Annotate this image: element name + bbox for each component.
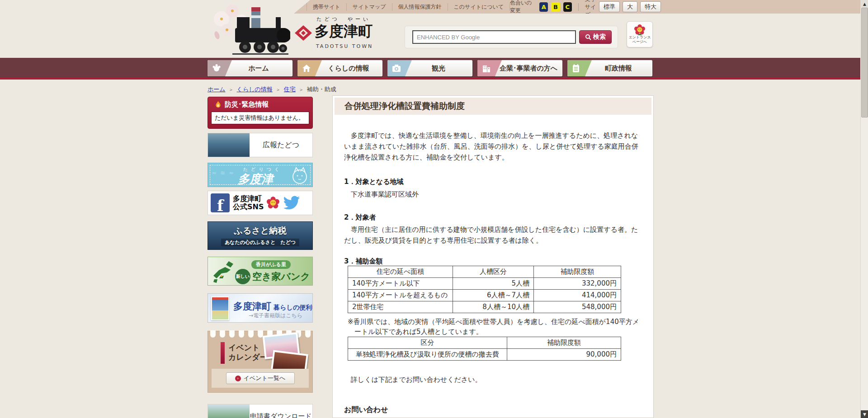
- download-photo: [208, 404, 250, 418]
- scroll-down-arrow[interactable]: ▼: [861, 410, 868, 418]
- twitter-icon: [283, 196, 301, 211]
- banner-kouhou-tadotsu[interactable]: 広報たどつ: [208, 133, 313, 157]
- site-subtitle: TADOTSU TOWN: [316, 43, 373, 49]
- house-icon: [297, 60, 322, 76]
- site-title[interactable]: 多度津町: [315, 22, 373, 42]
- search-icon: [585, 34, 591, 40]
- emergency-message: ただいま災害情報はありません。: [211, 112, 309, 124]
- topbar-divider: [578, 3, 579, 11]
- breadcrumb-jutaku[interactable]: 住宅: [284, 85, 296, 94]
- section2-heading: 2．対象者: [344, 213, 642, 222]
- table-row: 2世帯住宅 8人槽～10人槽 548,000円: [348, 301, 621, 313]
- breadcrumb: ホーム ＞ くらしの情報 ＞ 住宅 ＞ 補助・助成: [208, 85, 336, 94]
- breadcrumb-current: 補助・助成: [307, 85, 336, 94]
- table-row: 140平方メートル以下 5人槽 332,000円: [348, 278, 621, 290]
- color-scheme-c-button[interactable]: C: [563, 2, 572, 12]
- flame-icon: [215, 101, 222, 109]
- topbar-link-mobile[interactable]: 携帯サイト: [307, 3, 347, 11]
- arrow-circle-icon: ›: [235, 376, 241, 381]
- color-scheme-a-button[interactable]: A: [539, 2, 548, 12]
- search-panel: 検索: [405, 26, 618, 48]
- breadcrumb-kurashi[interactable]: くらしの情報: [237, 85, 273, 94]
- nav-tab-kurashi[interactable]: くらしの情報: [297, 60, 382, 76]
- emergency-info-box: 防災･緊急情報 ただいま災害情報はありません。: [208, 97, 313, 129]
- vertical-scrollbar[interactable]: ▲ ▼: [860, 0, 868, 418]
- banner-tadoritsuku-tadotsu[interactable]: ≈ ≋ ≈ たどりつく 多度津: [208, 163, 313, 187]
- entrance-page-button[interactable]: エントランスページへ: [627, 21, 653, 47]
- nav-tab-home[interactable]: ホーム: [208, 60, 292, 76]
- nav-tab-kigyo[interactable]: 企業･事業者の方へ: [477, 60, 562, 76]
- home-mascot-icon: [208, 60, 232, 76]
- breadcrumb-home[interactable]: ホーム: [208, 85, 226, 94]
- booklet-cover: [211, 296, 229, 320]
- color-scheme-label: 色合いの変更: [510, 0, 536, 14]
- topbar: 携帯サイト サイトマップ 個人情報保護方針 このサイトについて 色合いの変更 A…: [294, 0, 868, 14]
- font-size-large-button[interactable]: 大: [623, 1, 637, 12]
- building-icon: [477, 60, 502, 76]
- nav-tab-chosei[interactable]: 町政情報: [567, 60, 652, 76]
- banner-furusato-nozei[interactable]: ふるさと納税 あなたの心のふるさと たどつ: [208, 221, 313, 250]
- main-content-panel: 合併処理浄化槽設置費補助制度 多度津町では、快適な生活環境を整備し、環境衛生の向…: [332, 95, 654, 418]
- cat-mascot-icon: [290, 167, 310, 185]
- section1-body: 下水道事業認可区域外: [344, 189, 642, 200]
- steam-train-logo: [209, 2, 290, 59]
- color-scheme-b-button[interactable]: B: [551, 2, 560, 12]
- section3-heading: 3．補助金額: [344, 257, 642, 266]
- nav-tab-kanko[interactable]: 観光: [387, 60, 472, 76]
- sidebar: 防災･緊急情報 ただいま災害情報はありません。 広報たどつ ≈ ≋ ≈ たどりつ…: [208, 97, 313, 418]
- font-size-label: 文字サイズ: [585, 0, 596, 19]
- table-row: 単独処理浄化槽及び汲取り便所の便槽の撤去費 90,000円: [348, 349, 621, 361]
- font-size-xlarge-button[interactable]: 特大: [640, 1, 661, 12]
- ebook-link[interactable]: →電子書籍版はこちら: [249, 312, 302, 319]
- notebook-icon: [567, 60, 592, 76]
- camera-icon: [387, 60, 412, 76]
- section1-heading: 1．対象となる地域: [344, 177, 642, 186]
- flower-mascot-icon: [634, 24, 645, 35]
- subsidy-amount-table: 住宅の延べ面積 人槽区分 補助限度額 140平方メートル以下 5人槽 332,0…: [348, 266, 621, 313]
- contact-heading-partial: お問い合わせ: [344, 405, 642, 415]
- event-calendar-box: イベントカレンダー › イベント一覧へ: [208, 331, 313, 393]
- search-input[interactable]: [412, 30, 576, 44]
- contact-note: 詳しくは下記までお問い合わせください。: [344, 374, 642, 385]
- section2-body: 専用住宅（主に居住の用に供する建物で小規模店舗を併設した住宅を含む）に設置する者…: [344, 224, 642, 246]
- kouhou-photo: [208, 133, 250, 157]
- flower-mascot-icon: [267, 197, 279, 209]
- intro-paragraph: 多度津町では、快適な生活環境を整備し、環境衛生の向上を一層推進するために、処理さ…: [344, 130, 642, 163]
- wave-decoration: ≈ ≋ ≈: [212, 169, 235, 176]
- accent-red-line: [0, 77, 868, 80]
- banner-benricho[interactable]: 多度津町 暮らしの便利帳 →電子書籍版はこちら: [208, 293, 313, 323]
- banner-akiya-bank[interactable]: 香川がふる里 新しい 空き家バンク: [208, 257, 313, 286]
- entrance-button-label: エントランスページへ: [628, 35, 651, 44]
- facebook-icon: f: [211, 193, 230, 212]
- topbar-link-privacy[interactable]: 個人情報保護方針: [392, 3, 448, 11]
- town-emblem-icon: [295, 25, 312, 42]
- emergency-info-link[interactable]: 防災･緊急情報: [211, 100, 309, 109]
- banner-form-download[interactable]: 申請書ダウンロード: [208, 404, 313, 418]
- page-title: 合併処理浄化槽設置費補助制度: [335, 98, 651, 115]
- topbar-link-sitemap[interactable]: サイトマップ: [347, 3, 392, 11]
- event-list-button[interactable]: › イベント一覧へ: [226, 372, 295, 384]
- scroll-up-arrow[interactable]: ▲: [861, 0, 868, 8]
- japan-map-icon: [210, 259, 234, 284]
- removal-cost-table: 区分 補助限度額 単独処理浄化槽及び汲取り便所の便槽の撤去費 90,000円: [348, 337, 621, 361]
- font-size-standard-button[interactable]: 標準: [599, 1, 620, 12]
- topbar-link-about[interactable]: このサイトについて: [448, 3, 510, 11]
- banner-official-sns[interactable]: f 多度津町公式SNS: [208, 191, 313, 215]
- kagawa-note: ※香川県では、地域の実情（平均延べ面積や世帯人員）を考慮し、住宅の延べ面積が14…: [348, 317, 641, 337]
- table-row: 140平方メートルを超えるもの 6人槽～7人槽 414,000円: [348, 290, 621, 301]
- scrollbar-thumb[interactable]: [861, 8, 868, 117]
- search-button[interactable]: 検索: [579, 30, 612, 44]
